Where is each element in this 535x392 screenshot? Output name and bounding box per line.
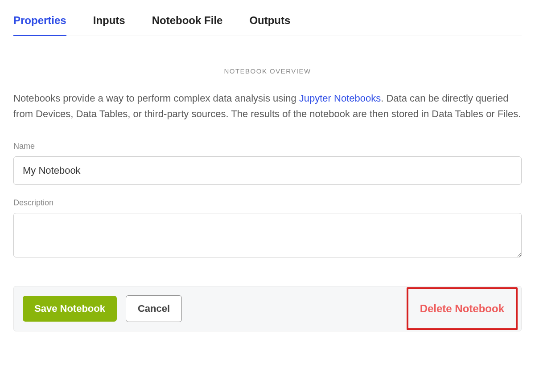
delete-button[interactable]: Delete Notebook — [420, 302, 504, 315]
tab-bar: Properties Inputs Notebook File Outputs — [13, 9, 522, 36]
name-label: Name — [13, 142, 522, 151]
cancel-button[interactable]: Cancel — [126, 295, 182, 322]
delete-highlight-box: Delete Notebook — [407, 287, 518, 330]
jupyter-notebooks-link[interactable]: Jupyter Notebooks — [299, 93, 381, 104]
name-field-group: Name — [13, 142, 522, 185]
tab-outputs[interactable]: Outputs — [249, 9, 290, 36]
tab-notebook-file[interactable]: Notebook File — [152, 9, 223, 36]
action-bar: Save Notebook Cancel Delete Notebook — [13, 286, 522, 331]
section-title: NOTEBOOK OVERVIEW — [224, 67, 311, 75]
name-input[interactable] — [13, 156, 522, 185]
save-button[interactable]: Save Notebook — [23, 296, 117, 322]
section-divider: NOTEBOOK OVERVIEW — [13, 67, 522, 75]
tab-properties[interactable]: Properties — [13, 9, 66, 36]
description-input[interactable] — [13, 213, 522, 257]
tab-inputs[interactable]: Inputs — [93, 9, 125, 36]
description-field-group: Description — [13, 198, 522, 259]
overview-text: Notebooks provide a way to perform compl… — [13, 90, 522, 122]
overview-part1: Notebooks provide a way to perform compl… — [13, 93, 299, 104]
description-label: Description — [13, 198, 522, 208]
